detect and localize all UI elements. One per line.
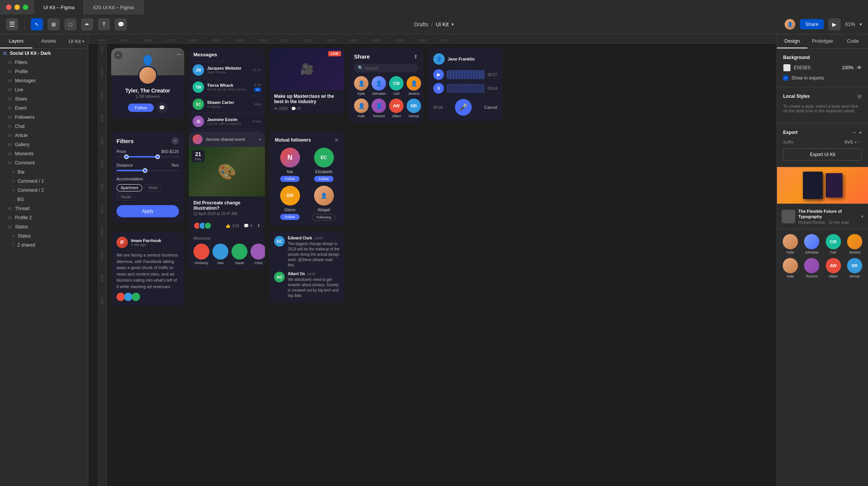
chip-studio[interactable]: Studio	[116, 193, 136, 201]
moments-title: Moments	[193, 236, 260, 241]
shape-tool[interactable]: □	[64, 18, 77, 30]
follow-nia-btn[interactable]: Follow	[280, 176, 299, 182]
cards-area: 👤 ← ··· Tyler, The Creator 1.2M follower…	[108, 45, 777, 486]
event-share-btn[interactable]: ⬆	[257, 223, 260, 228]
suffix-label: Suffix	[783, 140, 793, 144]
event-shared-by: Jerome shared event	[206, 137, 245, 142]
visibility-icon[interactable]: 👁	[857, 65, 862, 71]
tab-figma-1[interactable]: Ui Kit – Figma	[34, 0, 84, 14]
tab-design[interactable]: Design	[777, 34, 807, 48]
layer-profile2[interactable]: ## Profile 2	[0, 213, 88, 222]
profile-dots-btn[interactable]: ···	[177, 51, 181, 57]
layer-messages[interactable]: ## Messages	[0, 76, 88, 85]
hamburger-menu[interactable]: ☰	[6, 18, 18, 30]
apply-btn[interactable]: Apply	[116, 205, 179, 217]
tab-bar: Ui Kit – Figma iOS Ui Kit – Figma	[34, 0, 868, 14]
layer-comment[interactable]: ## Comment	[0, 158, 88, 167]
preview-article-sub: Richard Stexton · 12 min read	[798, 220, 858, 225]
layer-comment2[interactable]: ▪▪ Comment / 2	[0, 186, 88, 195]
layer-chat[interactable]: ## Chat	[0, 122, 88, 131]
audio-play-btn[interactable]: ▶	[433, 69, 444, 80]
breadcrumb-drafts[interactable]: Drafts	[414, 21, 428, 27]
minimize-button[interactable]	[14, 5, 20, 10]
share-upload-icon[interactable]: ⬆	[413, 54, 418, 60]
chip-apartment[interactable]: Apartment	[116, 184, 142, 191]
layer-status2[interactable]: ▪▪ Status	[0, 231, 88, 241]
play-button[interactable]: ▶	[828, 18, 841, 30]
layer-comment1[interactable]: ▪▪ Comment / 1	[0, 177, 88, 186]
layer-bar[interactable]: ▪▪ Bar	[0, 167, 88, 177]
comment-tool[interactable]: 💬	[115, 18, 127, 30]
bg-color-swatch[interactable]	[783, 64, 791, 72]
layer-gallery[interactable]: ## Gallery	[0, 140, 88, 149]
layer-thread[interactable]: ## Thread	[0, 204, 88, 213]
share-search[interactable]: 🔍 Search	[354, 64, 418, 72]
audio-cancel-btn[interactable]: Cancel	[484, 105, 497, 110]
layer-live[interactable]: ## Live	[0, 85, 88, 94]
layer-filters[interactable]: ## Filters	[0, 58, 88, 67]
following-abigail-btn[interactable]: Following	[312, 214, 335, 221]
tab-prototype[interactable]: Prototype	[807, 34, 838, 48]
more-options-icon[interactable]: ···	[858, 139, 862, 145]
event-likes[interactable]: 👍 124	[225, 223, 239, 228]
pen-tool[interactable]: ✒	[81, 18, 93, 30]
breadcrumb-file[interactable]: Ui Kit	[436, 21, 448, 27]
preview-article-title: The Flexible Future of Typography	[798, 209, 858, 220]
follow-button[interactable]: Follow	[128, 104, 154, 112]
tab-code[interactable]: Code	[838, 34, 868, 48]
select-tool[interactable]: ↖	[31, 18, 43, 30]
chevron-down-icon-format[interactable]: ▾	[855, 140, 857, 144]
export-minus-btn[interactable]: −	[853, 129, 856, 135]
message-item-3[interactable]: SC Shawn Carter Is typing... Wed	[189, 96, 265, 113]
layer-profile[interactable]: ## Profile	[0, 67, 88, 76]
chevron-down-icon[interactable]: ▾	[452, 22, 454, 27]
layer-event[interactable]: ## Event	[0, 104, 88, 113]
export-checkbox[interactable]: ✓	[783, 75, 788, 81]
layer-moments[interactable]: ## Moments	[0, 149, 88, 158]
message-item-4[interactable]: JE Jasmine Essim Let me call my agency 4…	[189, 113, 265, 130]
zoom-level[interactable]: 61%	[845, 21, 855, 27]
mutual-close-btn[interactable]: ✕	[334, 137, 339, 143]
search-icon: 🔍	[358, 65, 363, 70]
person-kate: Kate	[782, 258, 799, 278]
follow-elizabeth-btn[interactable]: Follow	[314, 176, 333, 182]
event-comments[interactable]: 💬 9	[244, 223, 252, 228]
layer-article[interactable]: ## Article	[0, 131, 88, 140]
tab-figma-2[interactable]: iOS Ui Kit – Figma	[84, 0, 144, 14]
maximize-button[interactable]	[23, 5, 28, 10]
tab-assets[interactable]: Assets	[32, 34, 65, 48]
canvas[interactable]: -3000 -2900 -2800 -2700 -2600 -2500 -240…	[88, 34, 777, 486]
share-button[interactable]: Share	[800, 19, 824, 29]
tab-uikit[interactable]: UI Kit ▾	[65, 34, 88, 48]
export-ui-kit-btn[interactable]: Export Ui Kit	[783, 148, 862, 161]
moments-card: Moments Kimberly Alex Sarah	[189, 231, 265, 269]
layer-status[interactable]: ## Status	[0, 222, 88, 231]
share-title: Share	[354, 53, 370, 60]
layer-small-icon: ▪▪	[12, 170, 14, 174]
profile-back-btn[interactable]: ←	[114, 51, 123, 59]
export-plus-btn[interactable]: +	[859, 129, 862, 135]
layer-bg[interactable]: □ BG	[0, 195, 88, 204]
close-button[interactable]	[6, 5, 11, 10]
message-item-2[interactable]: TW Tierra Whack So hit me up when you're…	[189, 79, 265, 96]
moment-kimberly: Kimberly	[193, 244, 209, 265]
follow-glenn-btn[interactable]: Follow	[280, 214, 299, 220]
layer-shared[interactable]: T 2 shared	[0, 241, 88, 250]
frame-tool[interactable]: ⊞	[48, 18, 60, 30]
layer-share[interactable]: ## Share	[0, 94, 88, 104]
chip-hotel[interactable]: Hotel	[144, 184, 161, 191]
layer-root[interactable]: ⊞ Social UI Kit - Dark	[0, 49, 88, 58]
status-time: 4 min ago	[131, 243, 161, 247]
tab-layers[interactable]: Layers	[0, 34, 32, 48]
text-tool[interactable]: T	[98, 18, 110, 30]
layer-followers[interactable]: ## Followers	[0, 113, 88, 122]
preview-chevron-icon[interactable]: ▾	[861, 214, 863, 219]
audio-mic-btn[interactable]: 🎤	[455, 99, 472, 116]
profile-name: Tyler, The Creator	[116, 88, 180, 94]
audio-pause-btn[interactable]: ⏸	[433, 83, 444, 94]
chevron-down-icon-zoom[interactable]: ▾	[860, 22, 862, 27]
message-btn[interactable]: 💬	[157, 102, 168, 113]
message-item-1[interactable]: JW Jacques Webster Yeah I know 11:47	[189, 62, 265, 79]
user-avatar[interactable]: 👤	[785, 19, 795, 30]
filters-close-btn[interactable]: ✕	[171, 137, 179, 145]
